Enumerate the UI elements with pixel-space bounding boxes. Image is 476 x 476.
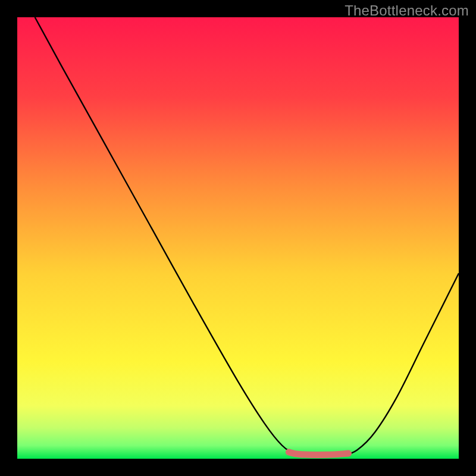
- gradient-background: [17, 17, 459, 459]
- plot-area: [17, 17, 459, 459]
- watermark-label: TheBottleneck.com: [345, 2, 469, 19]
- bottom-marker: [289, 452, 348, 455]
- bottleneck-chart: [17, 17, 459, 459]
- chart-frame: TheBottleneck.com: [0, 0, 476, 476]
